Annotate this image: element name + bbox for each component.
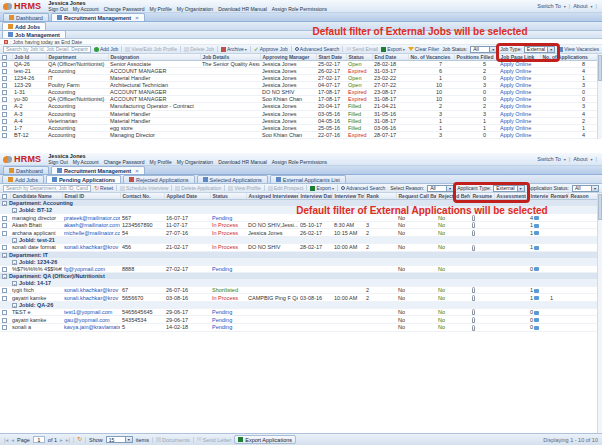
email-link[interactable]: gau@yopmail.com — [64, 317, 110, 323]
table-row[interactable]: sonali akavya.jain@kravlamats514-02-18Pe… — [0, 323, 597, 331]
header-nav-link[interactable]: Change Password — [104, 7, 145, 12]
row-checkbox[interactable] — [2, 267, 7, 272]
row-checkbox[interactable] — [2, 194, 7, 199]
table-row[interactable]: gayatri kamkesonali.khachkar@krov5656670… — [0, 294, 597, 302]
last-page-icon[interactable]: ▸| — [66, 437, 70, 443]
row-checkbox[interactable] — [2, 83, 7, 88]
row-checkbox[interactable] — [2, 216, 7, 221]
comment-icon[interactable] — [534, 318, 539, 322]
send-letter-button[interactable]: ✉Send Letter — [197, 437, 231, 443]
header-nav-link[interactable]: My Account — [73, 160, 99, 165]
row-checkbox[interactable] — [2, 105, 7, 110]
collapse-icon[interactable]: - — [2, 201, 7, 206]
prev-page-icon[interactable]: ◂ — [11, 437, 14, 443]
email-link[interactable]: prateek@mailinator.cor — [64, 215, 120, 221]
table-row[interactable]: %$7%%%% 4$$%#$fg@yopmail.com888827-02-17… — [0, 265, 597, 272]
delete-job-button[interactable]: Delete Job — [184, 46, 214, 52]
table-row[interactable]: sonali date formatsonali.khachkar@krov45… — [0, 243, 597, 251]
jobpagelink-link[interactable]: Apply Online — [500, 125, 531, 131]
column-header[interactable]: Resume — [470, 193, 494, 200]
jobpagelink-link[interactable]: Apply Online — [500, 132, 531, 138]
attachment-icon[interactable] — [472, 287, 475, 293]
column-header[interactable]: Email ID — [62, 193, 120, 200]
header-nav-link[interactable]: Sign Out — [48, 7, 67, 12]
tab-selected-applications[interactable]: Selected Applications — [197, 175, 268, 183]
table-row[interactable]: TEST etest1@yopmail.com546564564529-06-1… — [0, 308, 597, 316]
first-page-icon[interactable]: |◂ — [4, 437, 8, 443]
column-header[interactable]: Interview Time — [332, 193, 364, 200]
column-header[interactable]: No. of Applications — [540, 54, 597, 61]
email-link[interactable]: kavya.jain@kravlamats — [64, 324, 120, 330]
row-checkbox[interactable] — [2, 112, 7, 117]
email-link[interactable]: sonali.khachkar@krov — [64, 244, 118, 250]
header-nav-link[interactable]: My Organization — [177, 7, 213, 12]
email-link[interactable]: akash@mailinator.com — [64, 222, 120, 228]
delete-application-button[interactable]: Delete Application — [175, 185, 221, 191]
row-checkbox[interactable] — [2, 310, 7, 315]
tab-job-management[interactable]: Job Management — [2, 30, 66, 38]
row-checkbox[interactable] — [2, 119, 7, 124]
column-header[interactable]: Start Date — [316, 54, 346, 61]
column-header[interactable]: Assigned Interviewer — [246, 193, 298, 200]
column-header[interactable]: Approving Manager — [260, 54, 316, 61]
row-checkbox[interactable] — [2, 90, 7, 95]
comment-icon[interactable] — [534, 216, 539, 220]
add-job-button[interactable]: Add Job — [94, 46, 118, 52]
select-reason-select[interactable]: All▾ — [427, 185, 454, 192]
row-checkbox[interactable] — [2, 231, 7, 236]
page-number-input[interactable] — [33, 436, 45, 443]
row-checkbox[interactable] — [2, 318, 7, 323]
header-nav-link[interactable]: Assign Role Permissions — [272, 7, 327, 12]
header-nav-link[interactable]: Assign Role Permissions — [272, 160, 327, 165]
comment-icon[interactable] — [534, 289, 539, 293]
archive-button[interactable]: Archive▾ — [221, 46, 247, 52]
attachment-icon[interactable] — [472, 295, 475, 301]
advanced-search-button[interactable]: Advanced Search — [295, 46, 339, 52]
collapse-icon[interactable]: - — [12, 208, 17, 213]
column-header[interactable]: Rank — [364, 193, 396, 200]
jobpagelink-link[interactable]: Apply Online — [500, 103, 531, 109]
column-header[interactable]: Reason — [568, 193, 597, 200]
row-checkbox[interactable] — [2, 288, 7, 293]
header-nav-link[interactable]: Download HR Manual — [218, 7, 267, 12]
collapse-icon[interactable]: - — [12, 281, 17, 286]
email-link[interactable]: test1@yopmail.com — [64, 309, 112, 315]
column-header[interactable]: Applied Date — [164, 193, 210, 200]
jobpagelink-link[interactable]: Apply Online — [500, 118, 531, 124]
column-header[interactable]: End Date — [372, 54, 408, 61]
row-checkbox[interactable] — [2, 76, 7, 81]
group-row[interactable]: -JobId: 14-17 — [0, 279, 597, 286]
email-link[interactable]: sonali.khachkar@krov — [64, 287, 118, 293]
comment-icon[interactable] — [534, 224, 539, 228]
jobpagelink-link[interactable]: Apply Online — [500, 82, 531, 88]
about-menu[interactable]: About — [573, 156, 587, 162]
next-page-icon[interactable]: ▸ — [60, 437, 63, 443]
row-checkbox[interactable] — [2, 97, 7, 102]
column-header[interactable]: Rejected Before — [436, 193, 470, 200]
email-link[interactable]: fg@yopmail.com — [64, 266, 105, 272]
column-header[interactable]: Interview — [528, 193, 548, 200]
column-header[interactable]: Positions Filled — [454, 54, 498, 61]
vertical-scrollbar[interactable] — [597, 193, 602, 433]
jobpagelink-link[interactable]: Apply Online — [500, 61, 531, 67]
table-row[interactable]: gayatri kamkegau@yopmail.com5435453429-0… — [0, 316, 597, 324]
applicant-type-select[interactable]: External▾ — [493, 185, 524, 192]
select-all-header[interactable] — [0, 193, 10, 200]
column-header[interactable]: Candidate Name — [10, 193, 62, 200]
view-profile-button[interactable]: View Profile — [228, 185, 260, 191]
schedule-interview-button[interactable]: Schedule Interview — [120, 185, 168, 191]
collapse-icon[interactable]: - — [12, 238, 17, 243]
approve-job-button[interactable]: ✓Approve Job — [254, 46, 288, 52]
column-header[interactable]: Department — [46, 54, 108, 61]
jobpagelink-link[interactable]: Apply Online — [500, 68, 531, 74]
table-row[interactable]: 123-29Poultry FarmArchitectural Technici… — [0, 82, 597, 89]
job-search-input[interactable] — [3, 46, 91, 53]
row-checkbox[interactable] — [2, 62, 7, 67]
table-row[interactable]: 1-7Accountingegg storeJessica Jones25-05… — [0, 124, 597, 131]
switch-to-menu[interactable]: Switch To — [537, 3, 560, 9]
group-row[interactable]: -Department: QA (Officer)/Nutritionist — [0, 272, 597, 279]
application-status-select[interactable]: All▾ — [572, 185, 599, 192]
comment-icon[interactable] — [534, 326, 539, 330]
header-nav-link[interactable]: My Profile — [150, 7, 172, 12]
export-applications-button[interactable]: Export Applications — [234, 435, 296, 444]
